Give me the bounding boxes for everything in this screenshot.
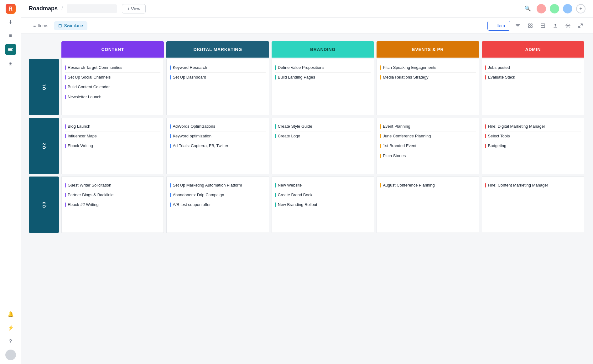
- add-item-button[interactable]: + Item: [487, 21, 510, 31]
- svg-rect-0: [8, 48, 13, 49]
- list-item[interactable]: Select Tools: [485, 131, 581, 141]
- item-text: Keyword Research: [173, 65, 207, 70]
- list-item[interactable]: June Conference Planning: [380, 131, 476, 141]
- search-button[interactable]: 🔍: [522, 3, 533, 14]
- list-item[interactable]: Define Value Propositions: [275, 63, 371, 73]
- item-bar: [485, 75, 486, 79]
- svg-rect-5: [528, 26, 530, 28]
- layout-button[interactable]: [538, 21, 548, 31]
- item-text: June Conference Planning: [383, 133, 431, 139]
- svg-rect-1: [8, 49, 12, 50]
- items-tab-icon: ≡: [33, 23, 36, 28]
- list-item[interactable]: New Branding Rollout: [275, 200, 371, 209]
- list-item[interactable]: Blog Launch: [65, 122, 160, 131]
- item-text: August Conference Planning: [383, 182, 435, 188]
- item-bar: [170, 75, 171, 79]
- list-item[interactable]: Build Content Calendar: [65, 82, 160, 92]
- col-header-events[interactable]: EVENTS & PR: [377, 41, 479, 58]
- avatar-3[interactable]: [563, 4, 572, 13]
- items-tab-label: Items: [38, 23, 48, 28]
- add-view-button[interactable]: + View: [122, 4, 146, 13]
- item-text: Pitch Speaking Engagements: [383, 65, 436, 70]
- help-icon[interactable]: ?: [5, 336, 16, 347]
- list-item[interactable]: Newsletter Launch: [65, 92, 160, 102]
- list-item[interactable]: Create Brand Book: [275, 190, 371, 200]
- item-bar: [380, 124, 381, 129]
- item-text: Guest Writer Solicitation: [68, 182, 111, 188]
- app-logo[interactable]: R: [6, 4, 16, 14]
- list-item[interactable]: Set Up Marketing Automation Platform: [170, 181, 265, 190]
- roadmap-icon[interactable]: [5, 44, 16, 55]
- list-item[interactable]: Keyword optimization: [170, 131, 265, 141]
- item-bar: [275, 183, 276, 187]
- list-item[interactable]: Ebook Writing: [65, 141, 160, 151]
- list-item[interactable]: Influencer Maps: [65, 131, 160, 141]
- item-text: Budgeting: [488, 143, 507, 149]
- list-item[interactable]: Build Landing Pages: [275, 73, 371, 82]
- list-item[interactable]: Ad Trials: Capterra, FB, Twitter: [170, 141, 265, 151]
- cell-q3-branding: New WebsiteCreate Brand BookNew Branding…: [272, 177, 374, 233]
- col-header-digital[interactable]: DIGITAL MARKETING: [166, 41, 269, 58]
- list-item[interactable]: Guest Writer Solicitation: [65, 181, 160, 190]
- row-label-q3: Q3: [29, 177, 59, 233]
- user-avatar[interactable]: [5, 350, 16, 360]
- list-item[interactable]: 1st Branded Event: [380, 141, 476, 151]
- item-bar: [170, 203, 171, 207]
- row-label-q2: Q2: [29, 118, 59, 174]
- list-item[interactable]: Set Up Social Channels: [65, 73, 160, 82]
- list-item[interactable]: Research Target Communities: [65, 63, 160, 73]
- list-item[interactable]: Partner Blogs & Backlinks: [65, 190, 160, 200]
- col-header-content[interactable]: CONTENT: [61, 41, 164, 58]
- upload-button[interactable]: [550, 21, 560, 31]
- item-bar: [170, 183, 171, 187]
- tab-items[interactable]: ≡ Items: [29, 21, 53, 30]
- expand-button[interactable]: [575, 21, 585, 31]
- bell-icon[interactable]: 🔔: [5, 308, 16, 320]
- list-item[interactable]: Create Style Guide: [275, 122, 371, 131]
- list-item[interactable]: Hire: Digital Marketing Manager: [485, 122, 581, 131]
- item-text: New Website: [278, 182, 302, 188]
- item-text: Ebook #2 Writing: [68, 202, 99, 208]
- list-item[interactable]: Event Planning: [380, 122, 476, 131]
- svg-rect-3: [528, 24, 530, 25]
- avatar-1[interactable]: [537, 4, 546, 13]
- item-bar: [170, 134, 171, 138]
- item-text: Ebook Writing: [68, 143, 93, 149]
- list-item[interactable]: August Conference Planning: [380, 181, 476, 190]
- list-item[interactable]: Budgeting: [485, 141, 581, 151]
- list-item[interactable]: Pitch Speaking Engagements: [380, 63, 476, 73]
- list-item[interactable]: Jobs posted: [485, 63, 581, 73]
- item-text: Set Up Social Channels: [68, 74, 111, 80]
- list-item[interactable]: AdWords Optimizations: [170, 122, 265, 131]
- download-icon[interactable]: ⬇: [5, 16, 16, 28]
- add-member-button[interactable]: +: [576, 4, 585, 13]
- list-item[interactable]: Media Relations Strategy: [380, 73, 476, 82]
- item-bar: [275, 134, 276, 138]
- list-item[interactable]: Pitch Stories: [380, 151, 476, 161]
- sidebar-bottom: 🔔 ⚡ ?: [5, 308, 16, 360]
- svg-rect-8: [541, 26, 545, 28]
- list-item[interactable]: A/B test coupon offer: [170, 200, 265, 209]
- list-item[interactable]: Evaluate Stack: [485, 73, 581, 82]
- lightning-icon[interactable]: ⚡: [5, 322, 16, 333]
- list-item[interactable]: Abandoners: Drip Campaign: [170, 190, 265, 200]
- group-button[interactable]: [525, 21, 535, 31]
- col-header-branding[interactable]: BRANDING: [272, 41, 374, 58]
- breadcrumb-input[interactable]: [67, 4, 117, 13]
- list-item[interactable]: Keyword Research: [170, 63, 265, 73]
- settings-button[interactable]: [563, 21, 573, 31]
- col-header-admin[interactable]: ADMIN: [482, 41, 584, 58]
- tab-swimlane[interactable]: ⊟ Swimlane: [54, 21, 87, 30]
- filter-button[interactable]: [513, 21, 523, 31]
- list-item[interactable]: Create Logo: [275, 131, 371, 141]
- person-icon[interactable]: ⊞: [5, 58, 16, 69]
- list-icon[interactable]: ≡: [5, 30, 16, 41]
- list-item[interactable]: Ebook #2 Writing: [65, 200, 160, 209]
- item-text: New Branding Rollout: [278, 202, 317, 208]
- list-item[interactable]: Set Up Dashboard: [170, 73, 265, 82]
- item-bar: [65, 95, 66, 99]
- avatar-2[interactable]: [550, 4, 559, 13]
- list-item[interactable]: Hire: Content Marketing Manager: [485, 181, 581, 190]
- list-item[interactable]: New Website: [275, 181, 371, 190]
- toolbar-right: + Item: [487, 21, 585, 31]
